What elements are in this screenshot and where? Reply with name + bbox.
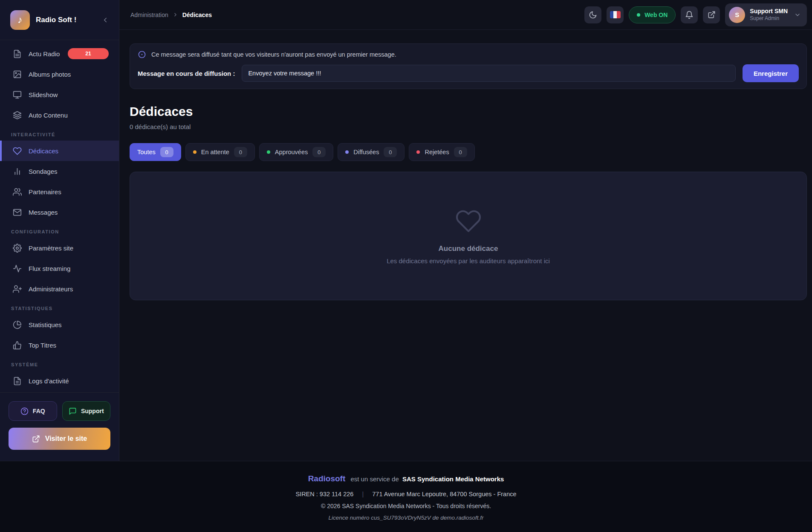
total-count-text: 0 dédicace(s) au total <box>130 123 807 130</box>
footer-address: 771 Avenue Marc Lepoutre, 84700 Sorgues … <box>372 491 516 497</box>
filter-count: 0 <box>312 147 326 157</box>
sidebar-item-sondages[interactable]: Sondages <box>0 161 119 181</box>
sidebar-item-logs-activite[interactable]: Logs d'activité <box>0 371 119 391</box>
sidebar-collapse-button[interactable] <box>99 14 111 26</box>
filter-label: Diffusées <box>353 149 379 155</box>
web-status-toggle[interactable]: Web ON <box>629 6 676 23</box>
sidebar: ♪ Radio Soft ! Actu Radio 21 Albums phot… <box>0 0 119 461</box>
breadcrumb: Administration Dédicaces <box>130 12 212 18</box>
app-logo: ♪ <box>10 10 30 30</box>
filter-label: Toutes <box>137 149 156 155</box>
filter-approuvees[interactable]: Approuvées 0 <box>259 143 333 161</box>
visit-site-button[interactable]: Visiter le site <box>9 428 110 450</box>
main-area: Administration Dédicaces Web ON <box>119 0 812 461</box>
external-link-icon <box>32 435 40 443</box>
sidebar-item-actu-radio[interactable]: Actu Radio 21 <box>0 43 119 64</box>
sidebar-item-label: Top Titres <box>29 342 56 349</box>
pie-chart-icon <box>13 320 22 329</box>
section-label-interactivite: INTERACTIVITÉ <box>0 125 119 141</box>
footer-siren: SIREN : 932 114 226 <box>295 491 353 497</box>
status-dot-pending <box>193 150 196 154</box>
sidebar-item-label: Albums photos <box>29 71 71 78</box>
brand-name: Radio Soft ! <box>36 16 76 24</box>
image-icon <box>13 70 22 79</box>
banner-info-text: Ce message sera diffusé tant que vos vis… <box>151 51 396 58</box>
sidebar-item-dedicaces[interactable]: Dédicaces <box>0 141 119 161</box>
app-row: ♪ Radio Soft ! Actu Radio 21 Albums phot… <box>0 0 812 461</box>
info-icon <box>138 50 146 59</box>
sidebar-item-administrateurs[interactable]: Administrateurs <box>0 279 119 299</box>
language-button[interactable] <box>607 6 624 23</box>
broadcast-message-input[interactable] <box>242 65 736 82</box>
sidebar-item-auto-contenu[interactable]: Auto Contenu <box>0 105 119 125</box>
footer-copyright: © 2026 SAS Syndication Media Networks - … <box>0 503 812 509</box>
footer-legal-line: SIREN : 932 114 226 | 771 Avenue Marc Le… <box>0 491 812 497</box>
sidebar-item-top-titres[interactable]: Top Titres <box>0 335 119 355</box>
message-square-icon <box>69 407 77 415</box>
filter-count: 0 <box>234 147 247 157</box>
support-label: Support <box>81 408 104 414</box>
sidebar-header: ♪ Radio Soft ! <box>0 0 119 40</box>
filter-rejetees[interactable]: Rejetées 0 <box>409 143 474 161</box>
sidebar-item-label: Actu Radio <box>29 50 60 58</box>
sidebar-item-label: Dédicaces <box>29 147 58 155</box>
sidebar-item-label: Auto Contenu <box>29 112 68 119</box>
users-icon <box>13 187 22 196</box>
faq-button[interactable]: FAQ <box>9 401 57 421</box>
sidebar-item-messages[interactable]: Messages <box>0 202 119 222</box>
sidebar-item-label: Paramètres site <box>29 244 73 252</box>
sidebar-item-slideshow[interactable]: Slideshow <box>0 84 119 105</box>
footer-company: SAS Syndication Media Networks <box>402 475 504 483</box>
empty-state-title: Aucune dédicace <box>439 244 498 253</box>
thumbs-up-icon <box>13 341 22 350</box>
user-menu[interactable]: S Support SMN Super Admin <box>725 3 807 26</box>
support-button[interactable]: Support <box>62 401 111 421</box>
page-title: Dédicaces <box>130 104 807 119</box>
filter-label: Rejetées <box>425 149 449 155</box>
sidebar-bottom: FAQ Support Visiter le site <box>0 392 119 461</box>
user-role: Super Admin <box>750 15 788 22</box>
french-flag-icon <box>610 11 621 18</box>
mail-icon <box>13 208 22 217</box>
sidebar-item-label: Administrateurs <box>29 285 73 293</box>
sidebar-item-flux-streaming[interactable]: Flux streaming <box>0 258 119 279</box>
sidebar-item-label: Messages <box>29 209 58 216</box>
sidebar-nav: Actu Radio 21 Albums photos Slideshow Au… <box>0 40 119 392</box>
sidebar-item-label: Slideshow <box>29 91 58 98</box>
topbar-actions: Web ON S Support SMN Super Admin <box>584 3 807 26</box>
sidebar-item-label: Logs d'activité <box>29 377 69 385</box>
file-text-icon <box>13 377 22 385</box>
breadcrumb-current: Dédicaces <box>182 12 212 18</box>
save-button[interactable]: Enregistrer <box>743 64 799 82</box>
filter-en-attente[interactable]: En attente 0 <box>185 143 255 161</box>
visit-site-label: Visiter le site <box>45 435 87 443</box>
filter-toutes[interactable]: Toutes 0 <box>130 143 181 161</box>
notifications-button[interactable] <box>681 6 698 23</box>
sidebar-item-label: Statistiques <box>29 321 62 328</box>
filter-diffusees[interactable]: Diffusées 0 <box>338 143 405 161</box>
heart-icon <box>455 208 482 234</box>
open-site-button[interactable] <box>703 6 720 23</box>
sidebar-item-label: Partenaires <box>29 188 61 196</box>
sidebar-item-statistiques[interactable]: Statistiques <box>0 314 119 335</box>
sidebar-item-partenaires[interactable]: Partenaires <box>0 181 119 202</box>
external-link-icon <box>708 11 716 19</box>
sidebar-item-albums-photos[interactable]: Albums photos <box>0 64 119 84</box>
status-dot-broadcast <box>345 150 349 154</box>
chevron-left-icon <box>101 16 109 24</box>
breadcrumb-administration[interactable]: Administration <box>130 12 168 18</box>
empty-state-panel: Aucune dédicace Les dédicaces envoyées p… <box>130 172 807 300</box>
dark-mode-toggle-button[interactable] <box>584 6 601 23</box>
chevron-right-icon <box>173 12 178 17</box>
sidebar-item-parametres-site[interactable]: Paramètres site <box>0 238 119 258</box>
divider: | <box>362 491 364 497</box>
footer-licence: Licence numéro cus_SU793oVDryN5zV de dem… <box>0 515 812 521</box>
music-note-icon: ♪ <box>17 14 23 26</box>
heart-icon <box>13 147 22 155</box>
web-status-label: Web ON <box>644 12 668 18</box>
status-dot-approved <box>267 150 270 154</box>
footer-service-text: est un service de <box>350 475 399 483</box>
footer-service-line: Radiosoft est un service de SAS Syndicat… <box>0 474 812 483</box>
layers-icon <box>13 111 22 120</box>
activity-icon <box>13 264 22 273</box>
